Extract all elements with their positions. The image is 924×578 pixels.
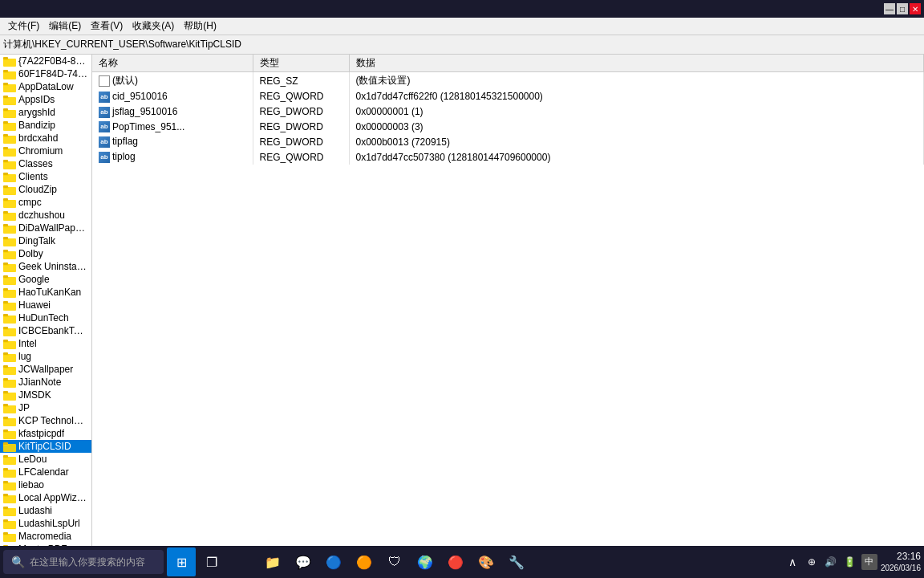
tree-item[interactable]: AppDataLow — [0, 80, 91, 93]
tree-item[interactable]: DingTalk — [0, 234, 91, 247]
tree-item[interactable]: Local AppWizard-G... — [0, 491, 91, 504]
tree-item[interactable]: CloudZip — [0, 183, 91, 196]
red-button[interactable]: 🔴 — [441, 547, 470, 576]
ime-tray-icon[interactable]: 中 — [861, 554, 877, 570]
tree-item[interactable]: KCP Technologies,... — [0, 414, 91, 427]
folder-icon — [3, 108, 16, 118]
folder-icon — [3, 339, 16, 349]
table-row[interactable]: abcid_9510016REG_QWORD0x1d7dd47cff622f0 … — [92, 89, 924, 104]
browser-button[interactable]: 🔵 — [319, 547, 348, 576]
shield-button[interactable]: 🛡 — [380, 547, 409, 576]
tree-item[interactable]: Classes — [0, 157, 91, 170]
tree-item[interactable]: JMSDK — [0, 389, 91, 401]
chevron-tray[interactable]: ∧ — [784, 554, 800, 570]
value-name-cell: abcid_9510016 — [92, 89, 253, 104]
table-row[interactable]: abtiplogREG_QWORD0x1d7dd47cc507380 (1281… — [92, 149, 924, 165]
network-tray-icon[interactable]: ⊕ — [804, 554, 820, 570]
menu-help[interactable]: 帮助(H) — [179, 18, 221, 35]
tree-item[interactable]: AppsIDs — [0, 93, 91, 106]
tree-item[interactable]: liebao — [0, 478, 91, 491]
table-row[interactable]: abjsflag_9510016REG_DWORD0x00000001 (1) — [92, 104, 924, 120]
explorer-button[interactable]: 📁 — [258, 547, 287, 576]
tree-item[interactable]: LeDou — [0, 453, 91, 466]
edge-button[interactable] — [228, 547, 257, 576]
tree-item-label: ICBCEbankTools — [18, 325, 88, 336]
tree-item[interactable]: DiDaWallPaperEver... — [0, 222, 91, 234]
tree-item[interactable]: Intel — [0, 337, 91, 350]
tree-item[interactable]: Macromedia — [0, 530, 91, 543]
tree-item-label: Bandizip — [18, 120, 55, 131]
tree-item-label: JCWallpaper — [18, 364, 73, 375]
value-name-cell: abjsflag_9510016 — [92, 104, 253, 120]
tree-item[interactable]: Bandizip — [0, 119, 91, 132]
tree-item[interactable]: Geek Uninstaller — [0, 260, 91, 273]
value-data: 0x00000001 (1) — [349, 104, 924, 120]
svg-rect-5 — [3, 70, 8, 72]
tree-item-label: Clients — [18, 171, 48, 182]
table-row[interactable]: abtipflagREG_DWORD0x000b0013 (720915) — [92, 134, 924, 149]
menu-favorites[interactable]: 收藏夹(A) — [128, 18, 179, 35]
address-bar: 计算机\HKEY_CURRENT_USER\Software\KitTipCLS… — [0, 35, 924, 55]
window-controls[interactable]: — □ ✕ — [884, 3, 921, 14]
minimize-button[interactable]: — — [884, 3, 895, 14]
tree-item[interactable]: HaoTuKanKan — [0, 286, 91, 299]
tree-item[interactable]: cmpc — [0, 196, 91, 209]
menu-file[interactable]: 文件(F) — [3, 18, 44, 35]
tree-item[interactable]: Huawei — [0, 299, 91, 311]
tool-button[interactable]: 🔧 — [502, 547, 531, 576]
tree-item[interactable]: arygshId — [0, 106, 91, 119]
menu-edit[interactable]: 编辑(E) — [44, 18, 86, 35]
battery-tray-icon[interactable]: 🔋 — [842, 554, 858, 570]
tree-item[interactable]: kfastpicpdf — [0, 427, 91, 440]
tree-item-label: Google — [18, 274, 50, 285]
tree-item-label: KitTipCLSID — [18, 441, 71, 452]
start-button[interactable]: ⊞ — [167, 547, 196, 576]
reg-value-icon: ab — [99, 136, 110, 148]
tree-item-label: KCP Technologies,... — [18, 415, 88, 426]
tree-item-label: AppDataLow — [18, 81, 74, 92]
value-name: PopTimes_951... — [112, 121, 184, 132]
tree-item[interactable]: LudashiLspUrl — [0, 517, 91, 530]
tree-item[interactable]: LFCalendar — [0, 466, 91, 478]
tree-item[interactable]: Clients — [0, 170, 91, 183]
tree-item[interactable]: Google — [0, 273, 91, 286]
menu-view[interactable]: 查看(V) — [86, 18, 128, 35]
task-view-button[interactable]: ❐ — [197, 547, 226, 576]
volume-tray-icon[interactable]: 🔊 — [823, 554, 839, 570]
tree-item-label: arygshId — [18, 107, 55, 118]
maximize-button[interactable]: □ — [897, 3, 908, 14]
tree-item[interactable]: brdcxahd — [0, 132, 91, 144]
folder-icon — [3, 352, 16, 362]
tree-item[interactable]: JP — [0, 401, 91, 414]
tree-item-label: brdcxahd — [18, 132, 58, 144]
art-button[interactable]: 🎨 — [472, 547, 500, 576]
address-text: 计算机\HKEY_CURRENT_USER\Software\KitTipCLS… — [3, 38, 241, 51]
close-button[interactable]: ✕ — [910, 3, 921, 14]
folder-icon — [3, 364, 16, 375]
tree-item[interactable]: 60F1F84D-7452-4A... — [0, 67, 91, 80]
earth-button[interactable]: 🌍 — [411, 547, 440, 576]
app1-button[interactable]: 🟠 — [350, 547, 379, 576]
taskbar-right: ∧ ⊕ 🔊 🔋 中 23:16 2026/03/16 — [784, 550, 921, 575]
tree-item[interactable]: dczhushou — [0, 209, 91, 222]
table-row[interactable]: (默认)REG_SZ(数值未设置) — [92, 72, 924, 90]
tree-item[interactable]: JCWallpaper — [0, 363, 91, 376]
taskbar-search[interactable]: 🔍 在这里输入你要搜索的内容 — [3, 550, 164, 574]
table-row[interactable]: abPopTimes_951...REG_DWORD0x00000003 (3) — [92, 120, 924, 135]
registry-tree[interactable]: {7A22F0B4-8C32-E... 60F1F84D-7452-4A... … — [0, 55, 92, 546]
folder-icon — [3, 262, 16, 272]
tree-item[interactable]: Ludashi — [0, 504, 91, 517]
tree-item[interactable]: Chromium — [0, 144, 91, 157]
tree-item[interactable]: Dolby — [0, 247, 91, 260]
folder-icon — [3, 480, 16, 490]
tree-item[interactable]: ICBCEbankTools — [0, 324, 91, 337]
tree-item[interactable]: KitTipCLSID — [0, 440, 91, 453]
taskbar: 🔍 在这里输入你要搜索的内容 ⊞❐📁💬🔵🟠🛡🌍🔴🎨🔧 ∧ ⊕ 🔊 🔋 中 23:… — [0, 546, 924, 578]
tree-item[interactable]: lug — [0, 350, 91, 363]
tree-item[interactable]: HuDunTech — [0, 311, 91, 324]
reg-value-icon: ab — [99, 152, 110, 163]
tree-item[interactable]: {7A22F0B4-8C32-E... — [0, 55, 91, 67]
tree-item[interactable]: JJianNote — [0, 376, 91, 389]
wechat-button[interactable]: 💬 — [289, 547, 318, 576]
tree-item-label: Local AppWizard-G... — [18, 492, 88, 503]
